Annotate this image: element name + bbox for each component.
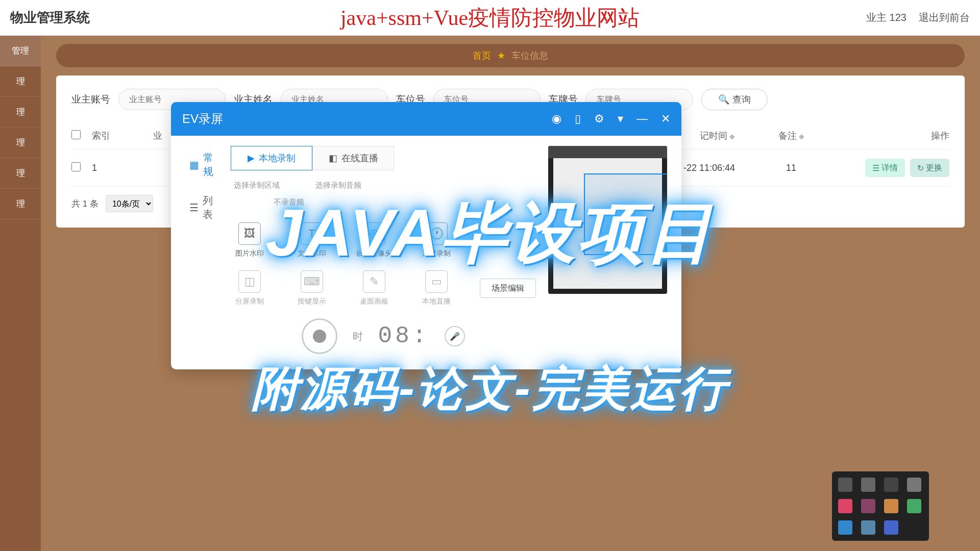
pager-select[interactable]: 10条/页	[106, 195, 153, 212]
breadcrumb-home[interactable]: 首页	[473, 49, 491, 62]
row-note: 11	[735, 163, 847, 173]
sidebar-item-3[interactable]: 理	[0, 128, 41, 158]
ev-nav-list[interactable]: ☰列表	[185, 189, 218, 227]
split-icon: ◫	[238, 270, 261, 293]
mic-button[interactable]: 🎤	[445, 326, 465, 346]
sidebar-item-4[interactable]: 理	[0, 158, 41, 189]
sort-icon[interactable]: ◆	[729, 132, 735, 140]
detail-button[interactable]: ☰详情	[865, 159, 905, 177]
minimize-icon[interactable]: —	[636, 112, 648, 126]
tray-icon-7[interactable]	[884, 499, 898, 513]
gear-icon[interactable]: ⚙	[594, 112, 604, 126]
ev-header: EV录屏 ◉ ▯ ⚙ ▾ — ✕	[171, 102, 681, 136]
row-checkbox[interactable]	[71, 162, 81, 171]
timer-display: 08:	[378, 323, 430, 349]
system-tray	[832, 471, 929, 541]
top-header: 物业管理系统 java+ssm+Vue疫情防控物业网站 业主 123 退出到前台	[0, 0, 980, 36]
tool-image-watermark[interactable]: 🖼图片水印	[231, 222, 268, 258]
star-icon: ★	[497, 50, 505, 61]
user-label[interactable]: 业主 123	[866, 11, 906, 24]
col-time: 记时间	[700, 131, 727, 141]
mic-icon: 🎤	[450, 332, 460, 341]
sidebar: 管理 理 理 理 理 理	[0, 36, 41, 551]
tray-icon-5[interactable]	[838, 499, 852, 513]
sidebar-item-0[interactable]: 管理	[0, 36, 41, 66]
tray-icon-4[interactable]	[907, 478, 921, 492]
ev-header-icons: ◉ ▯ ⚙ ▾ — ✕	[552, 112, 670, 126]
image-icon: 🖼	[238, 222, 261, 245]
close-icon[interactable]: ✕	[661, 112, 670, 126]
ev-title: EV录屏	[182, 111, 223, 127]
ev-tab-live[interactable]: ◧在线直播	[312, 146, 394, 170]
list-icon: ☰	[189, 202, 199, 214]
user-icon[interactable]: ◉	[552, 112, 561, 126]
chevron-down-icon[interactable]: ▾	[618, 112, 623, 126]
phone-icon[interactable]: ▯	[575, 112, 581, 126]
pager-total: 共 1 条	[71, 198, 99, 210]
tray-icon-3[interactable]	[884, 478, 898, 492]
sort-icon-2[interactable]: ◆	[799, 132, 804, 140]
live-icon: ◧	[329, 153, 337, 164]
grid-icon: ▦	[189, 159, 199, 171]
ev-left-nav: ▦常规 ☰列表	[185, 146, 218, 354]
ev-timer-row: 时 08: 🎤	[231, 318, 536, 354]
edit-icon: ↻	[917, 163, 924, 173]
query-label: 查询	[732, 93, 751, 106]
col-ops: 操作	[847, 130, 949, 142]
tool-split[interactable]: ◫分屏录制	[231, 270, 268, 306]
tray-icon-10[interactable]	[861, 520, 875, 535]
overlay-line2: 附源码-论文-完美运行	[252, 357, 728, 420]
ev-tab-local[interactable]: ▶本地录制	[231, 146, 312, 170]
scene-edit-button[interactable]: 场景编辑	[480, 279, 536, 298]
user-area: 业主 123 退出到前台	[866, 11, 970, 24]
tray-icon-6[interactable]	[861, 499, 875, 513]
sidebar-item-1[interactable]: 理	[0, 66, 41, 97]
record-dot-icon	[313, 330, 326, 343]
row-index: 1	[92, 163, 153, 173]
ev-tabs: ▶本地录制 ◧在线直播	[231, 146, 536, 170]
sidebar-item-2[interactable]: 理	[0, 97, 41, 128]
search-icon: 🔍	[718, 94, 729, 105]
record-button[interactable]	[302, 318, 337, 354]
tray-icon-11[interactable]	[884, 520, 898, 535]
overlay-line1: JAVA毕设项目	[265, 189, 714, 279]
timer-label: 时	[353, 330, 363, 343]
sidebar-item-5[interactable]: 理	[0, 189, 41, 219]
tray-icon-1[interactable]	[838, 478, 852, 492]
edit-button[interactable]: ↻更换	[910, 159, 949, 177]
query-button[interactable]: 🔍 查询	[701, 89, 768, 110]
logo: 物业管理系统	[10, 9, 90, 27]
tray-icon-8[interactable]	[907, 499, 921, 513]
ev-nav-general[interactable]: ▦常规	[185, 146, 218, 184]
breadcrumb-current: 车位信息	[511, 49, 548, 62]
record-icon: ▶	[248, 153, 255, 164]
breadcrumb: 首页 ★ 车位信息	[56, 44, 965, 67]
detail-icon: ☰	[872, 163, 879, 173]
preview-bar	[548, 146, 667, 158]
tray-icon-9[interactable]	[838, 520, 852, 535]
col-note: 备注	[778, 131, 797, 141]
logout-link[interactable]: 退出到前台	[919, 11, 970, 24]
tray-icon-2[interactable]	[861, 478, 875, 492]
filter1-label: 业主账号	[71, 93, 110, 106]
col-index: 索引	[92, 130, 153, 142]
title-banner: java+ssm+Vue疫情防控物业网站	[340, 4, 640, 32]
select-all-checkbox[interactable]	[71, 130, 81, 139]
